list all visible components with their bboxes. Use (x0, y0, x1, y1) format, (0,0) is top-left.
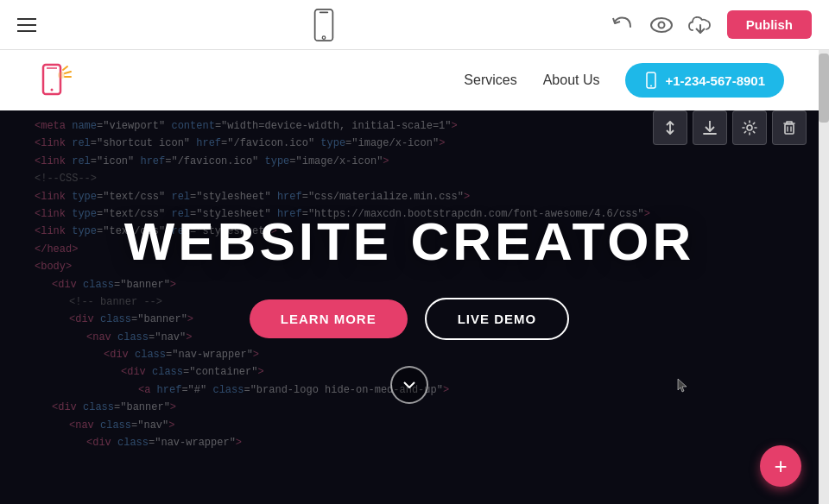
floating-edit-toolbar (653, 110, 807, 145)
phone-cta-button[interactable]: +1-234-567-8901 (625, 63, 784, 98)
learn-more-button[interactable]: LEARN MORE (250, 299, 408, 338)
svg-point-12 (58, 72, 65, 79)
svg-point-4 (658, 22, 664, 28)
hero-buttons: LEARN MORE LIVE DEMO (250, 298, 569, 340)
svg-point-7 (51, 89, 54, 91)
hero-content: WEBSITE CREATOR LEARN MORE LIVE DEMO (124, 211, 695, 404)
live-demo-button[interactable]: LIVE DEMO (425, 298, 570, 340)
phone-number: +1-234-567-8901 (665, 73, 765, 88)
preview-icon[interactable] (649, 16, 674, 34)
undo-icon[interactable] (611, 15, 636, 35)
delete-icon[interactable] (772, 110, 807, 145)
svg-point-3 (651, 18, 672, 32)
nav-services[interactable]: Services (464, 72, 516, 88)
svg-point-14 (650, 85, 652, 87)
svg-point-19 (747, 125, 752, 130)
hamburger-icon[interactable] (17, 18, 36, 32)
mobile-preview-icon[interactable] (312, 9, 336, 41)
svg-rect-20 (785, 124, 794, 134)
hero-section: <meta name="viewport" content="width=dev… (0, 110, 819, 504)
svg-line-9 (63, 66, 67, 70)
scrollbar-thumb[interactable] (819, 54, 829, 123)
sort-icon[interactable] (653, 110, 687, 145)
site-logo (35, 60, 76, 101)
publish-button[interactable]: Publish (727, 10, 812, 39)
top-toolbar: Publish (0, 0, 829, 50)
scrollbar[interactable] (819, 50, 829, 504)
hero-title: WEBSITE CREATOR (124, 211, 695, 272)
settings-icon[interactable] (732, 110, 767, 145)
toolbar-center (312, 9, 336, 41)
site-header: Services About Us +1-234-567-8901 (0, 50, 819, 110)
download-icon[interactable] (693, 110, 727, 145)
scroll-down-button[interactable] (390, 366, 428, 404)
preview-area: Services About Us +1-234-567-8901 <meta … (0, 50, 819, 504)
nav-about[interactable]: About Us (543, 72, 600, 88)
svg-line-10 (65, 72, 71, 73)
site-nav: Services About Us +1-234-567-8901 (464, 63, 784, 98)
fab-add-button[interactable]: + (760, 445, 801, 487)
toolbar-left (17, 18, 36, 32)
svg-point-2 (322, 35, 325, 38)
toolbar-right: Publish (611, 10, 812, 39)
cloud-save-icon[interactable] (687, 15, 713, 35)
